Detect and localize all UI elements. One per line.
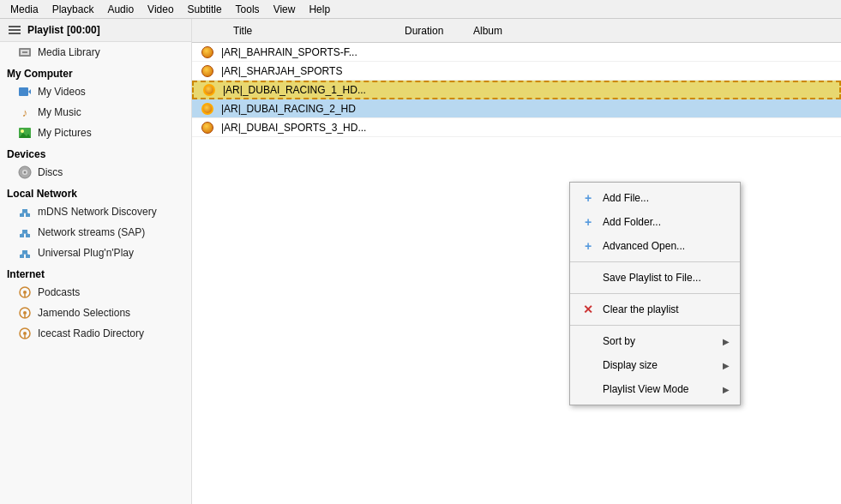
sidebar-item-my-music[interactable]: ♪ My Music [0, 102, 191, 123]
discs-icon [17, 165, 33, 180]
content-area: Title Duration Album |AR|_BAHRAIN_SPORTS… [192, 19, 841, 504]
table-row[interactable]: |AR|_DUBAI_RACING_1_HD... [192, 81, 841, 99]
my-music-icon: ♪ [17, 105, 33, 120]
table-header: Title Duration Album [192, 19, 841, 43]
svg-point-10 [24, 171, 27, 174]
sidebar-label-my-music: My Music [38, 106, 81, 118]
media-icon [201, 103, 213, 115]
display-size-icon [580, 357, 596, 373]
sidebar-item-media-library[interactable]: Media Library [0, 42, 191, 63]
svg-line-24 [21, 254, 25, 255]
svg-line-14 [21, 213, 25, 213]
icecast-icon [17, 326, 33, 341]
network-streams-icon [17, 225, 33, 240]
svg-rect-16 [20, 234, 24, 237]
table-row[interactable]: |AR|_SHARJAH_SPORTS [192, 62, 841, 81]
menu-playback[interactable]: Playback [45, 2, 101, 17]
sidebar-item-icecast[interactable]: Icecast Radio Directory [0, 323, 191, 344]
row-title: |AR|_SHARJAH_SPORTS [221, 65, 497, 77]
col-header-title[interactable]: Title [226, 25, 398, 37]
menu-subtitle[interactable]: Subtitle [181, 2, 229, 17]
menu-help[interactable]: Help [302, 2, 337, 17]
ctx-playlist-view-mode-label: Playlist View Mode [603, 383, 689, 395]
playlist-header[interactable]: Playlist [00:00] [0, 19, 191, 42]
sidebar-label-my-pictures: My Pictures [38, 127, 92, 139]
media-icon [203, 84, 215, 96]
sidebar-label-discs: Discs [38, 166, 63, 178]
sidebar-item-universal-plug[interactable]: Universal Plug'n'Play [0, 243, 191, 263]
add-folder-icon: + [580, 214, 596, 230]
svg-point-6 [21, 129, 24, 133]
sidebar-label-podcasts: Podcasts [38, 286, 80, 298]
col-header-duration[interactable]: Duration [398, 25, 466, 37]
ctx-clear-playlist-label: Clear the playlist [603, 303, 679, 315]
menu-bar: Media Playback Audio Video Subtitle Tool… [0, 0, 841, 19]
sidebar-item-my-videos[interactable]: My Videos [0, 81, 191, 102]
svg-point-27 [23, 291, 27, 294]
my-videos-icon [17, 84, 33, 99]
ctx-save-playlist-label: Save Playlist to File... [603, 272, 701, 284]
clear-playlist-icon: ✕ [580, 302, 596, 317]
svg-rect-22 [26, 255, 30, 258]
ctx-add-file[interactable]: + Add File... [570, 186, 740, 210]
advanced-open-icon: + [580, 238, 596, 254]
col-header-album[interactable]: Album [466, 25, 841, 37]
sidebar-item-discs[interactable]: Discs [0, 162, 191, 183]
svg-rect-2 [22, 51, 27, 53]
svg-rect-23 [22, 250, 27, 254]
main-layout: Playlist [00:00] Media Library My Comput… [0, 19, 841, 504]
hamburger-icon [9, 26, 21, 34]
svg-point-30 [23, 311, 27, 315]
row-title: |AR|_DUBAI_SPORTS_3_HD... [221, 122, 497, 134]
sidebar: Playlist [00:00] Media Library My Comput… [0, 19, 192, 504]
add-file-icon: + [580, 190, 596, 206]
menu-view[interactable]: View [267, 2, 303, 17]
menu-media[interactable]: Media [3, 2, 45, 17]
row-icon [199, 100, 216, 117]
ctx-add-file-label: Add File... [603, 192, 649, 204]
ctx-clear-playlist[interactable]: ✕ Clear the playlist [570, 297, 740, 321]
sort-by-arrow: ▶ [723, 337, 730, 346]
media-icon [201, 65, 213, 77]
save-playlist-icon [580, 270, 596, 285]
playlist-icon [7, 22, 22, 38]
sort-by-icon [580, 333, 596, 349]
svg-rect-17 [26, 234, 30, 237]
ctx-display-size[interactable]: Display size ▶ [570, 353, 740, 377]
svg-point-33 [23, 332, 27, 335]
ctx-separator-1 [570, 261, 740, 262]
sidebar-item-podcasts[interactable]: Podcasts [0, 282, 191, 303]
ctx-advanced-open-label: Advanced Open... [603, 240, 685, 252]
ctx-add-folder-label: Add Folder... [603, 216, 661, 228]
sidebar-item-mdns[interactable]: mDNS Network Discovery [0, 201, 191, 222]
menu-audio[interactable]: Audio [100, 2, 141, 17]
table-row[interactable]: |AR|_BAHRAIN_SPORTS-F... [192, 43, 841, 62]
sidebar-item-network-streams[interactable]: Network streams (SAP) [0, 222, 191, 243]
ctx-sort-by[interactable]: Sort by ▶ [570, 329, 740, 353]
table-row[interactable]: |AR|_DUBAI_SPORTS_3_HD... [192, 118, 841, 137]
sidebar-label-mdns: mDNS Network Discovery [38, 206, 157, 218]
svg-rect-13 [22, 209, 27, 213]
media-icon [201, 46, 213, 58]
sidebar-label-icecast: Icecast Radio Directory [38, 327, 144, 339]
playlist-table: |AR|_BAHRAIN_SPORTS-F... |AR|_SHARJAH_SP… [192, 43, 841, 504]
podcasts-icon [17, 285, 33, 300]
playlist-label: Playlist [27, 24, 63, 36]
svg-line-25 [25, 254, 28, 255]
sidebar-label-my-videos: My Videos [38, 86, 86, 98]
ctx-save-playlist[interactable]: Save Playlist to File... [570, 266, 740, 290]
svg-rect-18 [22, 230, 27, 233]
menu-tools[interactable]: Tools [229, 2, 267, 17]
ctx-playlist-view-mode[interactable]: Playlist View Mode ▶ [570, 377, 740, 401]
sidebar-item-my-pictures[interactable]: My Pictures [0, 123, 191, 143]
ctx-sort-by-label: Sort by [603, 335, 635, 347]
svg-rect-11 [20, 213, 24, 217]
ctx-add-folder[interactable]: + Add Folder... [570, 210, 740, 234]
menu-video[interactable]: Video [141, 2, 180, 17]
ctx-advanced-open[interactable]: + Advanced Open... [570, 234, 740, 258]
sidebar-item-jamendo[interactable]: Jamendo Selections [0, 303, 191, 323]
table-row[interactable]: |AR|_DUBAI_RACING_2_HD [192, 99, 841, 118]
jamendo-icon [17, 305, 33, 321]
svg-line-20 [25, 233, 28, 234]
row-icon [199, 119, 216, 136]
